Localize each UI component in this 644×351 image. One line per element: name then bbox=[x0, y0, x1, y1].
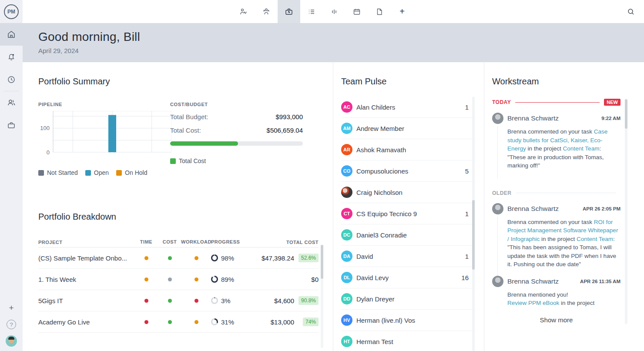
entry-header: Brenna SchwartzAPR 26 2:05 PM bbox=[492, 203, 621, 214]
time-status-dot bbox=[144, 299, 148, 303]
table-row[interactable]: Academy Go Live31%$13,00074% bbox=[38, 311, 319, 333]
notifications-bell-icon bbox=[7, 53, 16, 61]
entry-author-name: Brenna Schwartz bbox=[507, 205, 559, 213]
table-scrollbar-thumb[interactable] bbox=[321, 245, 323, 279]
team-member-row[interactable]: Craig Nicholson bbox=[341, 182, 476, 203]
sidebar-item-home[interactable] bbox=[0, 23, 23, 46]
team-member-row[interactable]: HTHerman Test bbox=[341, 331, 476, 351]
plus-icon: + bbox=[9, 303, 13, 313]
sidebar-item-projects[interactable] bbox=[0, 114, 23, 137]
entry-author-name: Brenna Schwartz bbox=[507, 114, 559, 122]
cost-budget-block: COST/BUDGET Total Budget: $993,000 Total… bbox=[170, 102, 303, 164]
tab-add[interactable]: + bbox=[391, 0, 413, 23]
column-header: TOTAL COST bbox=[249, 238, 319, 246]
total-cost-legend-swatch bbox=[170, 158, 176, 164]
member-name: David Levy bbox=[356, 274, 389, 281]
task-link[interactable]: Content Team bbox=[577, 236, 613, 242]
budget-pct-badge: 74% bbox=[303, 318, 319, 326]
app-logo[interactable]: PM bbox=[0, 0, 23, 23]
search-button[interactable] bbox=[623, 4, 639, 20]
tab-documents[interactable] bbox=[368, 0, 391, 23]
project-name: (CS) Sample Template Onbo... bbox=[38, 254, 134, 262]
total-cost-value: $47,398.24 bbox=[249, 254, 294, 262]
tab-my-work[interactable] bbox=[232, 0, 255, 23]
table-row[interactable]: 5Gigs IT3%$4,60090.8% bbox=[38, 290, 319, 311]
team-member-row[interactable]: ACAlan Childers1 bbox=[341, 97, 476, 118]
team-member-row[interactable]: HVHerman (live.nl) Vos bbox=[341, 310, 476, 331]
tab-team-activity[interactable] bbox=[255, 0, 278, 23]
member-initials-avatar: AC bbox=[341, 101, 352, 113]
column-header-label: PROJECT bbox=[38, 240, 62, 245]
member-initials-avatar: DA bbox=[341, 251, 352, 262]
dashboard-content: Portfolio Summary PIPELINE 0100 Not Star… bbox=[23, 62, 644, 351]
cost-budget-label: COST/BUDGET bbox=[170, 102, 303, 107]
total-cost-value: $506,659.04 bbox=[267, 127, 303, 134]
team-scrollbar[interactable] bbox=[472, 97, 475, 351]
workstream-entry: Brenna SchwartzAPR 26 11:35 AMBrenna men… bbox=[492, 276, 621, 308]
team-pulse-list: ACAlan Childers1AMAndrew MemberARAshok R… bbox=[341, 97, 476, 351]
total-cost-legend-label: Total Cost bbox=[179, 157, 206, 164]
tab-portfolio[interactable] bbox=[278, 0, 300, 23]
sidebar-add-button[interactable]: + bbox=[0, 302, 23, 314]
team-member-row[interactable]: DADavid1 bbox=[341, 246, 476, 267]
member-name: Ashok Ramavath bbox=[356, 146, 406, 154]
older-divider bbox=[516, 193, 617, 193]
cost-status-cell bbox=[158, 299, 181, 303]
table-scrollbar[interactable] bbox=[321, 245, 323, 348]
legend-swatch bbox=[38, 170, 44, 176]
total-cost-value: $0 bbox=[249, 276, 319, 283]
member-name: Compusoluciones bbox=[356, 167, 408, 175]
entry-header: Brenna SchwartzAPR 26 11:35 AM bbox=[492, 276, 621, 287]
entry-timestamp: 9:22 AM bbox=[601, 116, 621, 121]
workstream-scrollbar[interactable] bbox=[625, 99, 627, 324]
team-member-row[interactable]: DCDaniel3 Conradie bbox=[341, 224, 476, 246]
team-member-row[interactable]: COCompusoluciones5 bbox=[341, 160, 476, 182]
member-count: 1 bbox=[465, 104, 469, 111]
team-member-row[interactable]: AMAndrew Member bbox=[341, 118, 476, 139]
budget-badge-cell: 74% bbox=[294, 318, 319, 326]
legend-label: On Hold bbox=[125, 169, 147, 176]
team-member-row[interactable]: CTCS Equipo Tecnico 91 bbox=[341, 203, 476, 224]
entry-header: Brenna Schwartz9:22 AM bbox=[492, 113, 621, 124]
workstream-feed: TODAY NEW Brenna Schwartz9:22 AMBrenna c… bbox=[492, 99, 621, 325]
home-icon bbox=[7, 30, 16, 39]
workstream-entry: Brenna SchwartzAPR 26 2:05 PMBrenna comm… bbox=[492, 203, 621, 269]
team-member-row[interactable]: DDDylan Dreyer bbox=[341, 288, 476, 310]
show-more-button[interactable]: Show more bbox=[492, 314, 621, 325]
person-activity-icon bbox=[239, 7, 248, 17]
team-member-row[interactable]: ARAshok Ramavath bbox=[341, 139, 476, 160]
tab-tasks[interactable] bbox=[300, 0, 323, 23]
sidebar-item-recent[interactable] bbox=[0, 68, 23, 91]
project-name: Academy Go Live bbox=[38, 318, 134, 326]
table-row[interactable]: (CS) Sample Template Onbo...98%$47,398.2… bbox=[38, 247, 319, 269]
tab-board[interactable] bbox=[323, 0, 345, 23]
cost-status-cell bbox=[158, 320, 181, 324]
sidebar-item-notifications[interactable] bbox=[0, 46, 23, 68]
older-section-header: OLDER bbox=[492, 190, 621, 196]
budget-pct-badge: 90.8% bbox=[299, 296, 319, 305]
workload-status-cell bbox=[181, 320, 211, 324]
sidebar-item-team[interactable] bbox=[0, 91, 23, 114]
entry-timestamp: APR 26 2:05 PM bbox=[583, 206, 621, 211]
team-scrollbar-thumb[interactable] bbox=[472, 200, 475, 270]
member-name: Daniel3 Conradie bbox=[356, 231, 407, 239]
topbar: + bbox=[23, 0, 644, 23]
tab-calendar[interactable] bbox=[345, 0, 368, 23]
task-link[interactable]: Review PPM eBook bbox=[507, 300, 559, 306]
workstream-scrollbar-thumb[interactable] bbox=[625, 99, 627, 129]
help-button[interactable]: ? bbox=[7, 320, 16, 329]
workload-status-dot bbox=[195, 256, 198, 260]
current-user-avatar[interactable] bbox=[6, 335, 17, 347]
legend-item: On Hold bbox=[116, 169, 147, 176]
task-link[interactable]: Content Team bbox=[563, 145, 600, 152]
progress-ring bbox=[211, 318, 218, 325]
member-name: Andrew Member bbox=[356, 125, 404, 132]
today-section-header: TODAY NEW bbox=[492, 99, 621, 106]
team-member-row[interactable]: DLDavid Levy16 bbox=[341, 267, 476, 288]
time-status-dot bbox=[144, 256, 148, 260]
calendar-icon bbox=[352, 7, 362, 17]
entry-timestamp: APR 26 11:35 AM bbox=[580, 279, 621, 284]
recent-clock-icon bbox=[7, 75, 16, 84]
table-row[interactable]: 1. This Week89%$0 bbox=[38, 269, 319, 290]
portfolio-briefcase-icon bbox=[284, 7, 294, 17]
